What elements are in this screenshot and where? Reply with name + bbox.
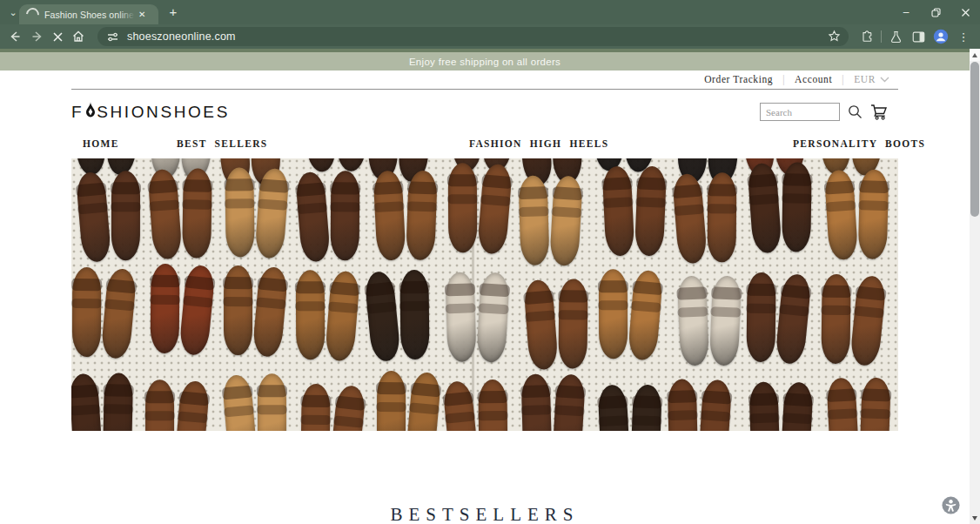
sandal (599, 269, 628, 359)
url-text[interactable]: shoeszoneonline.com (127, 30, 236, 43)
experiments-button[interactable] (884, 26, 907, 47)
extensions-button[interactable] (856, 26, 878, 47)
sandal-pair (374, 371, 441, 431)
sandal (147, 169, 182, 260)
sandal (300, 383, 330, 431)
toolbar-divider (881, 30, 882, 43)
currency-selector[interactable]: EUR (854, 74, 889, 84)
stop-loading-button[interactable] (47, 26, 68, 47)
sandal-pair (597, 269, 663, 362)
profile-avatar-icon (933, 29, 949, 44)
close-window-button[interactable] (950, 0, 980, 24)
browser-tab[interactable]: Fashion Shoes online store, the ✕ (19, 4, 158, 24)
sandal (399, 269, 429, 359)
scroll-down-button[interactable] (970, 512, 980, 524)
main-nav: HOME BEST SELLERS FASHION HIGH HEELS PER… (71, 138, 898, 155)
sandal-pair (519, 176, 582, 267)
tab-title-fade (119, 10, 135, 20)
utility-separator: | (842, 74, 844, 84)
accessibility-widget-button[interactable] (941, 495, 961, 515)
back-icon (9, 30, 23, 44)
sandal-pair (299, 383, 366, 431)
forward-button[interactable] (26, 26, 47, 47)
utility-nav: Order Tracking | Account | EUR (71, 71, 898, 90)
sandal-pair (446, 163, 513, 256)
bookmark-star-icon[interactable] (828, 30, 841, 46)
cart-button[interactable] (870, 104, 888, 120)
side-panel-button[interactable] (907, 26, 930, 47)
sandal (552, 373, 586, 431)
back-button[interactable] (5, 26, 26, 47)
stop-loading-icon (52, 31, 64, 43)
search-input[interactable] (760, 103, 840, 121)
sandal-pair (599, 385, 662, 431)
sandal (376, 371, 405, 431)
flask-icon (889, 30, 903, 44)
sandal-pair (77, 171, 144, 264)
page-scrollbar[interactable] (970, 49, 980, 524)
sandal (849, 275, 887, 367)
scrollbar-thumb[interactable] (970, 62, 979, 217)
sandal (602, 166, 635, 257)
minimize-button[interactable]: – (891, 0, 921, 24)
sandal-pair (668, 379, 732, 431)
home-button[interactable] (68, 26, 89, 47)
sandal-pair (679, 276, 742, 366)
sandal (224, 265, 252, 355)
sandal (111, 171, 140, 260)
sandal (258, 373, 286, 431)
restore-button[interactable] (921, 0, 950, 24)
sandal (325, 271, 360, 362)
site-info-icon[interactable] (106, 30, 119, 44)
tab-strip: ⌄ Fashion Shoes online store, the ✕ + – (0, 0, 980, 24)
order-tracking-link[interactable]: Order Tracking (704, 74, 773, 84)
tab-close-icon[interactable]: ✕ (138, 10, 145, 19)
sandal (549, 176, 583, 267)
scroll-up-button[interactable] (970, 49, 980, 61)
sandal-pair (521, 373, 586, 431)
sandal-pair (749, 381, 813, 431)
sandal-pair (375, 171, 439, 262)
tab-search-chevron-icon[interactable]: ⌄ (6, 6, 20, 20)
sandal (102, 373, 132, 431)
sandal (597, 384, 630, 431)
nav-item-best-sellers[interactable]: BEST SELLERS (177, 138, 267, 149)
sandal (747, 272, 776, 361)
new-tab-button[interactable]: + (165, 4, 181, 20)
address-bar[interactable]: shoeszoneonline.com (97, 27, 849, 46)
sandal (178, 265, 216, 357)
sandal (100, 268, 137, 360)
sandal (698, 379, 733, 431)
sandal (707, 172, 736, 262)
extensions-puzzle-icon (860, 30, 874, 44)
browser-menu-button[interactable]: ⋮ (952, 26, 975, 47)
sandal (476, 272, 510, 364)
tab-title: Fashion Shoes online store, the (44, 10, 135, 20)
utility-separator: | (782, 74, 785, 84)
sandal (859, 377, 891, 431)
browser-toolbar: shoeszoneonline.com (0, 24, 980, 49)
nav-item-fashion-high-heels[interactable]: FASHION HIGH HEELS (469, 138, 608, 149)
nav-item-personality-boots[interactable]: PERSONALITY BOOTS (793, 138, 925, 149)
sandal (445, 272, 476, 363)
search-icon (848, 104, 863, 119)
search-button[interactable] (848, 104, 863, 119)
sandal (329, 384, 366, 431)
account-link[interactable]: Account (795, 74, 832, 84)
sandal-pair (828, 377, 891, 431)
menu-dots-icon: ⋮ (958, 30, 970, 44)
sandal (479, 380, 508, 431)
header-actions (760, 103, 898, 121)
sandal (677, 275, 709, 366)
sandal (448, 164, 478, 253)
side-panel-icon (912, 30, 925, 44)
profile-avatar[interactable] (930, 26, 952, 47)
nav-item-home[interactable]: HOME (83, 138, 119, 149)
sandal (336, 158, 367, 171)
sandal (182, 169, 212, 259)
sandal (221, 374, 258, 431)
sandal (821, 274, 850, 364)
sandal (330, 171, 359, 261)
sandal (780, 381, 814, 431)
site-logo[interactable]: F SHIONSHOES (71, 102, 230, 122)
